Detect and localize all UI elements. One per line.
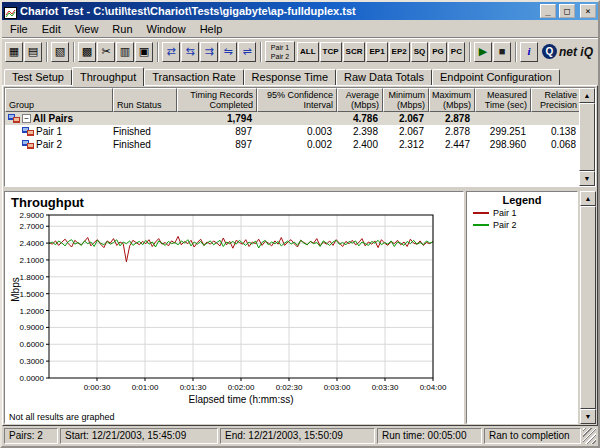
toolbar-separator [157,42,159,62]
scroll-down-icon[interactable]: ▼ [580,409,596,424]
x-axis-label: Elapsed time (h:mm:ss) [188,394,293,405]
tab-endpoint-configuration[interactable]: Endpoint Configuration [432,69,560,85]
y-tick-label: 2.4000 [20,239,45,248]
add-group-button[interactable]: ⇆ [181,42,199,62]
cell-precision [531,112,579,125]
pair-icon [22,140,34,149]
table-row-all-pairs[interactable]: −All Pairs1,7944.7862.0672.878 [5,112,579,125]
pair-filter-label: Pair 2 [266,52,294,61]
pair-icon [22,127,34,136]
y-axis-label: Mbps [10,270,21,310]
table-row-pair-1[interactable]: Pair 1Finished8970.0032.3982.0672.878299… [5,125,579,138]
cell-run_status: Finished [113,138,177,151]
filter-pc-button[interactable]: PC [448,42,465,62]
table-header-row: GroupRun StatusTiming Records Completed9… [5,88,579,112]
cell-max: 2.878 [429,125,475,138]
tab-bar: Test SetupThroughputTransaction RateResp… [2,65,598,85]
y-tick-label: 1.5000 [20,290,45,299]
collapse-toggle[interactable]: − [22,114,31,123]
throughput-chart-pane: Throughput Mbps 0.00000.30000.60000.9000… [4,191,464,424]
filter-ep1-button[interactable]: EP1 [366,42,387,62]
cell-group: Pair 2 [5,138,113,151]
scroll-up-icon[interactable]: ▲ [579,88,595,103]
filter-sq-button[interactable]: SQ [411,42,429,62]
scroll-down-icon[interactable]: ▼ [579,171,595,186]
y-tick-label: 2.1000 [20,256,45,265]
tab-transaction-rate[interactable]: Transaction Rate [144,69,243,85]
status-cell-4: Ran to completion [484,428,581,444]
y-tick-label: 0.0000 [20,374,45,383]
menu-edit[interactable]: Edit [35,21,68,37]
status-cell-0: Pairs: 2 [4,428,58,444]
run-button[interactable]: ▶ [474,42,492,62]
close-button[interactable]: × [580,4,596,18]
column-header-group: Group [5,88,113,112]
maximize-button[interactable]: □ [559,4,575,18]
tab-raw-data-totals[interactable]: Raw Data Totals [336,69,432,85]
cell-group: −All Pairs [5,112,113,125]
cell-max: 2.447 [429,138,475,151]
legend-entry-pair-2: Pair 2 [467,218,577,230]
add-pair-button[interactable]: ⇄ [162,42,180,62]
cell-min: 2.067 [383,112,429,125]
column-header-95-confidence: 95% Confidence Interval [257,88,337,112]
menu-help[interactable]: Help [193,21,230,37]
scroll-thumb[interactable] [580,206,596,409]
copy-graph-button[interactable]: ▧ [51,42,69,62]
print-button[interactable]: ▤ [24,42,42,62]
pair-filter-label: Pair 1 [266,43,294,52]
graph-scrollbar[interactable]: ▲ ▼ [580,191,596,424]
minimize-button[interactable]: _ [540,4,556,18]
x-tick-label: 0:02:30 [276,383,303,392]
menu-run[interactable]: Run [105,21,139,37]
save-button[interactable]: ▦ [5,42,23,62]
table-scrollbar[interactable]: ▲ ▼ [579,88,595,186]
cell-run_status: Finished [113,125,177,138]
cell-records: 897 [177,138,257,151]
menu-view[interactable]: View [68,21,106,37]
netiq-logo-text: net iQ [559,45,593,59]
toolbar: ▦▤▧▩✂▥▣⇄⇆⇉⇋⇌Pair 1Pair 2ALLTCPSCREP1EP2S… [2,37,598,65]
swap-endpoints-button[interactable]: ⇌ [238,42,256,62]
x-tick-label: 0:01:30 [180,383,207,392]
table-row-pair-2[interactable]: Pair 2Finished8970.0022.4002.3122.447298… [5,138,579,151]
toolbar-separator [260,42,262,62]
edit-pair-button[interactable]: ⇉ [200,42,218,62]
scroll-up-icon[interactable]: ▲ [580,191,596,206]
toolbar-separator [73,42,75,62]
column-header-relative: Relative Precision [531,88,579,112]
new-test-button[interactable]: ▩ [78,42,96,62]
cell-avg: 4.786 [337,112,383,125]
paste-button[interactable]: ▣ [135,42,153,62]
filter-all-button[interactable]: ALL [297,42,319,62]
menu-file[interactable]: File [3,21,35,37]
replicate-pair-button[interactable]: ⇋ [219,42,237,62]
tab-test-setup[interactable]: Test Setup [4,69,72,85]
filter-scr-button[interactable]: SCR [343,42,366,62]
resize-grip[interactable] [583,428,596,444]
scroll-thumb[interactable] [579,103,595,171]
filter-pg-button[interactable]: PG [429,42,447,62]
menu-window[interactable]: Window [140,21,193,37]
pair-filter-button[interactable]: Pair 1Pair 2 [265,41,295,62]
cell-time: 299.251 [475,125,531,138]
tab-response-time[interactable]: Response Time [244,69,336,85]
results-table-grid: GroupRun StatusTiming Records Completed9… [5,88,579,186]
tab-throughput[interactable]: Throughput [72,67,144,86]
x-tick-label: 0:00:30 [84,383,111,392]
info-button[interactable]: i [520,42,538,62]
stop-button[interactable]: ■ [493,42,511,62]
results-table: GroupRun StatusTiming Records Completed9… [4,87,596,187]
x-tick-label: 0:03:30 [372,383,399,392]
chart-title: Throughput [11,195,463,210]
toolbar-separator [515,42,517,62]
chariot-window: Chariot Test - C:\util\test\Chariot\Test… [0,0,600,448]
legend-entry-pair-1: Pair 1 [467,206,577,218]
filter-ep2-button[interactable]: EP2 [389,42,410,62]
copy-button[interactable]: ▥ [116,42,134,62]
group-label: Pair 1 [36,125,62,138]
column-header-timing-records: Timing Records Completed [177,88,257,112]
legend-label: Pair 2 [493,220,517,230]
cut-button[interactable]: ✂ [97,42,115,62]
filter-tcp-button[interactable]: TCP [320,42,342,62]
